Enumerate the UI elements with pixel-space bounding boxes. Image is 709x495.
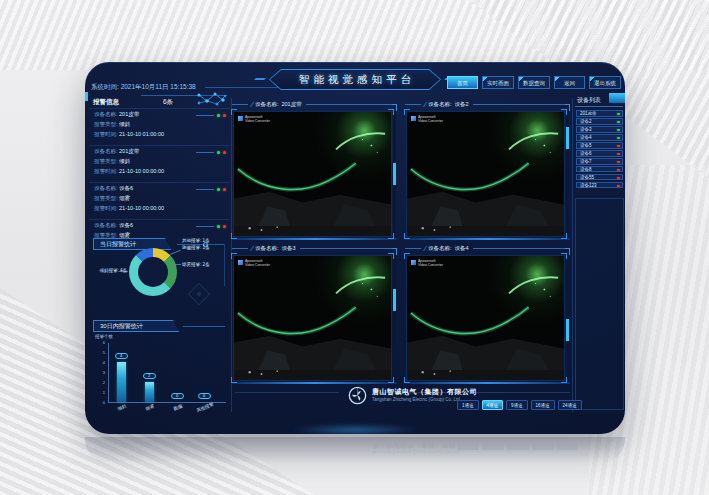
device-list-item[interactable]: 设备8 bbox=[576, 166, 623, 173]
bar-value-label: 0 bbox=[198, 393, 211, 399]
alarm-status-indicator bbox=[196, 225, 226, 228]
channel-button-5[interactable]: 24通道 bbox=[558, 400, 582, 410]
laser-scan-graphic bbox=[234, 112, 391, 236]
device-list-item[interactable]: 设备2 bbox=[576, 118, 623, 125]
device-status-dot bbox=[617, 161, 620, 164]
edge-accent bbox=[85, 92, 88, 101]
title-line bbox=[300, 248, 392, 249]
device-list-item[interactable]: 201皮带 bbox=[576, 110, 623, 117]
y-axis bbox=[108, 343, 109, 403]
video-device-name: 201皮带 bbox=[281, 101, 301, 108]
watermark-icon bbox=[411, 260, 416, 265]
channel-button-2[interactable]: 4通道 bbox=[482, 400, 504, 410]
daily-alarm-donut-chart bbox=[129, 248, 177, 296]
video-title-bar: / 设备名称: 201皮带 bbox=[232, 98, 397, 111]
device-list-item[interactable]: 设备55 bbox=[576, 174, 623, 181]
nav-button-1[interactable]: 首页 bbox=[447, 76, 478, 89]
bar-value-label: 2 bbox=[143, 373, 156, 379]
channel-button-1[interactable]: 1通道 bbox=[457, 400, 479, 410]
video-feed: Apowersoft Video Converter bbox=[233, 255, 392, 381]
bar-value-label: 0 bbox=[171, 393, 184, 399]
watermark-line2: Video Converter bbox=[245, 119, 270, 123]
video-scrollbar-thumb[interactable] bbox=[393, 289, 396, 311]
video-device-name: 设备2 bbox=[454, 101, 468, 108]
system-time: 系统时间: 2021年10月11日 15:15:38 bbox=[91, 83, 196, 92]
company-logo bbox=[348, 386, 367, 405]
device-list-item[interactable]: 设备123 bbox=[576, 182, 623, 189]
device-list-item[interactable]: 设备6 bbox=[576, 150, 623, 157]
corner-bracket bbox=[231, 233, 237, 239]
video-panel-4[interactable]: / 设备名称: 设备4 bbox=[405, 242, 570, 384]
device-list-item[interactable]: 设备4 bbox=[576, 134, 623, 141]
device-panel-empty-box bbox=[575, 198, 624, 410]
video-panel-2[interactable]: / 设备名称: 设备2 bbox=[405, 98, 570, 240]
laser-scan-graphic bbox=[407, 112, 564, 236]
device-list-item[interactable]: 设备7 bbox=[576, 158, 623, 165]
device-status-dot bbox=[617, 185, 620, 188]
y-tick-label: 4 bbox=[93, 360, 105, 365]
corner-bracket bbox=[231, 377, 237, 383]
video-scrollbar[interactable] bbox=[393, 111, 396, 237]
device-status-dot bbox=[617, 121, 620, 124]
alarm-status-indicator bbox=[196, 114, 226, 117]
monthly-alarm-bar-chart: 报警个数 01234564倾斜2烟雾0跑偏0其他报警 bbox=[93, 334, 229, 420]
video-scrollbar[interactable] bbox=[566, 255, 569, 381]
nav-button-4[interactable]: 返回 bbox=[554, 76, 585, 89]
corner-bracket bbox=[404, 377, 410, 383]
corner-bracket bbox=[388, 233, 394, 239]
channel-button-4[interactable]: 16通道 bbox=[531, 400, 555, 410]
video-scrollbar-thumb[interactable] bbox=[566, 319, 569, 341]
device-status-dot bbox=[617, 129, 620, 132]
network-nodes-icon bbox=[195, 89, 229, 109]
corner-bracket bbox=[388, 377, 394, 383]
video-scrollbar-thumb[interactable] bbox=[566, 127, 569, 149]
device-list: 201皮带设备2设备3设备4设备5设备6设备7设备8设备55设备123 bbox=[576, 110, 623, 190]
panel-bottom-accent bbox=[405, 238, 570, 240]
corner-bracket bbox=[404, 109, 410, 115]
panel-bottom-accent bbox=[405, 382, 570, 384]
right-divider bbox=[572, 98, 573, 412]
video-title-label: 设备名称: bbox=[428, 101, 452, 108]
title-line bbox=[473, 104, 565, 105]
device-list-item[interactable]: 设备3 bbox=[576, 126, 623, 133]
video-scrollbar[interactable] bbox=[393, 255, 396, 381]
device-list-item[interactable]: 设备5 bbox=[576, 142, 623, 149]
alarm-card[interactable]: 设备名称: 201皮带报警类型: 倾斜报警时间: 21-10-10 01:00:… bbox=[89, 108, 230, 145]
title-line bbox=[473, 248, 565, 249]
device-list-tab[interactable] bbox=[609, 93, 625, 103]
y-tick-label: 5 bbox=[93, 350, 105, 355]
video-scrollbar[interactable] bbox=[566, 111, 569, 237]
y-tick-label: 0 bbox=[93, 400, 105, 405]
watermark: Apowersoft Video Converter bbox=[238, 259, 270, 267]
channel-button-3[interactable]: 9通道 bbox=[506, 400, 528, 410]
device-list-underline bbox=[575, 106, 623, 107]
donut-leader-line bbox=[169, 250, 181, 255]
app-window: 系统时间: 2021年10月11日 15:15:38 智能视觉感知平台 首页实时… bbox=[85, 62, 625, 434]
watermark-line2: Video Converter bbox=[245, 263, 270, 267]
nav-button-3[interactable]: 数据查询 bbox=[518, 76, 550, 89]
corner-bracket bbox=[388, 253, 394, 259]
title-line bbox=[405, 104, 421, 105]
corner-bracket bbox=[231, 253, 237, 259]
nav-button-2[interactable]: 实时画面 bbox=[482, 76, 514, 89]
video-panel-1[interactable]: / 设备名称: 201皮带 bbox=[232, 98, 397, 240]
slash-decoration: / bbox=[423, 101, 427, 108]
alarm-card[interactable]: 设备名称: 设备6报警类型: 烟雾报警时间: 21-10-10 00:00:00 bbox=[89, 182, 230, 219]
video-grid: / 设备名称: 201皮带 bbox=[232, 98, 570, 388]
monthly-alarm-stats-title: 30日内报警统计 bbox=[93, 320, 179, 332]
alarm-card[interactable]: 设备名称: 设备6报警类型: 烟雾报警时间: 21-10-10 00:00:00 bbox=[89, 219, 230, 238]
device-status-dot bbox=[617, 177, 620, 180]
corner-bracket bbox=[388, 109, 394, 115]
video-panel-3[interactable]: / 设备名称: 设备3 bbox=[232, 242, 397, 384]
watermark-icon bbox=[411, 116, 416, 121]
video-scrollbar-thumb[interactable] bbox=[393, 163, 396, 185]
watermark: Apowersoft Video Converter bbox=[411, 259, 443, 267]
device-status-dot bbox=[617, 137, 620, 140]
donut-label-tilt: 倾斜报警: 4条 bbox=[87, 268, 127, 273]
nav-button-5[interactable]: 退出系统 bbox=[589, 76, 621, 89]
alarm-list: 设备名称: 201皮带报警类型: 倾斜报警时间: 21-10-10 01:00:… bbox=[89, 108, 230, 238]
video-title-label: 设备名称: bbox=[428, 245, 452, 252]
title-wing-left bbox=[254, 78, 266, 80]
corner-bracket bbox=[404, 233, 410, 239]
alarm-card[interactable]: 设备名称: 201皮带报警类型: 倾斜报警时间: 21-10-10 00:00:… bbox=[89, 145, 230, 182]
